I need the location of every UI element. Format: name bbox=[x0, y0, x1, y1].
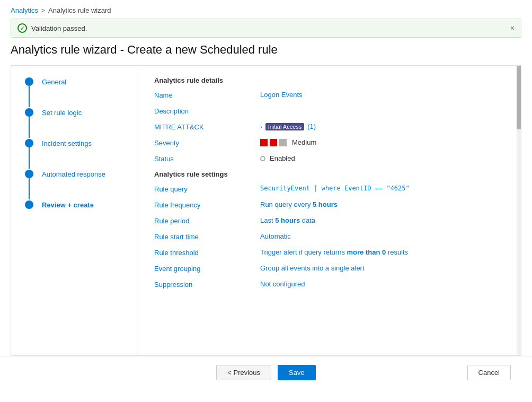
scrollbar-thumb[interactable] bbox=[517, 66, 521, 129]
status-row: Enabled bbox=[260, 154, 505, 162]
validation-message-area: ✓ Validation passed. bbox=[17, 23, 87, 33]
rule-frequency-prefix: Run query every bbox=[260, 200, 313, 208]
detail-row-rule-threshold: Rule threshold Trigger alert if query re… bbox=[154, 248, 505, 257]
step-connector-review-create bbox=[24, 199, 34, 209]
detail-row-suppression: Suppression Not configured bbox=[154, 280, 505, 289]
detail-value-rule-start-time: Automatic bbox=[260, 232, 505, 240]
sidebar-item-automated-response[interactable]: Automated response bbox=[24, 169, 138, 199]
detail-label-mitre: MITRE ATT&CK bbox=[154, 123, 260, 131]
step-dot-automated-response bbox=[25, 170, 33, 178]
rule-period-suffix: data bbox=[300, 216, 315, 224]
severity-label: Medium bbox=[292, 138, 316, 146]
sidebar-item-general[interactable]: General bbox=[24, 76, 138, 107]
step-connector-automated-response bbox=[24, 169, 34, 199]
detail-row-rule-period: Rule period Last 5 hours data bbox=[154, 216, 505, 225]
detail-value-event-grouping: Group all events into a single alert bbox=[260, 264, 505, 272]
scrollbar-track[interactable] bbox=[517, 66, 521, 355]
detail-value-mitre: › Initial Access (1) bbox=[260, 123, 505, 130]
step-connector-incident-settings bbox=[24, 138, 34, 169]
sidebar-item-incident-settings[interactable]: Incident settings bbox=[24, 138, 138, 169]
detail-row-description: Description bbox=[154, 107, 505, 115]
sidebar-item-set-rule-logic[interactable]: Set rule logic bbox=[24, 107, 138, 138]
detail-label-event-grouping: Event grouping bbox=[154, 264, 260, 273]
detail-value-severity: Medium bbox=[260, 138, 505, 146]
detail-label-name: Name bbox=[154, 91, 260, 99]
breadcrumb-current: Analytics rule wizard bbox=[48, 6, 111, 14]
step-line-automated-response bbox=[29, 178, 30, 199]
content-panel: Analytics rule details Name Logon Events… bbox=[138, 66, 521, 355]
step-line-set-rule-logic bbox=[29, 117, 30, 138]
footer: < Previous Save Cancel bbox=[0, 356, 532, 389]
rule-frequency-bold: 5 hours bbox=[313, 200, 338, 208]
detail-label-description: Description bbox=[154, 107, 260, 115]
mitre-row: › Initial Access (1) bbox=[260, 123, 505, 130]
detail-label-suppression: Suppression bbox=[154, 280, 260, 289]
step-line-incident-settings bbox=[29, 147, 30, 169]
breadcrumb-separator: > bbox=[41, 7, 45, 14]
section-title-details: Analytics rule details bbox=[154, 76, 505, 84]
step-dot-general bbox=[25, 77, 33, 86]
severity-block-3 bbox=[279, 139, 287, 146]
detail-row-rule-frequency: Rule frequency Run query every 5 hours bbox=[154, 200, 505, 209]
rule-threshold-suffix: results bbox=[386, 248, 408, 256]
rule-threshold-bold: more than 0 bbox=[347, 248, 386, 256]
mitre-tag: Initial Access bbox=[265, 123, 305, 130]
previous-button[interactable]: < Previous bbox=[216, 365, 271, 380]
step-line-general bbox=[29, 86, 30, 107]
step-connector-set-rule-logic bbox=[24, 107, 34, 138]
section-title-settings: Analytics rule settings bbox=[154, 170, 505, 178]
detail-label-rule-period: Rule period bbox=[154, 216, 260, 225]
detail-value-rule-period: Last 5 hours data bbox=[260, 216, 505, 224]
mitre-chevron-icon: › bbox=[260, 124, 262, 130]
status-label: Enabled bbox=[270, 154, 295, 162]
detail-label-rule-frequency: Rule frequency bbox=[154, 200, 260, 209]
page-title: Analytics rule wizard - Create a new Sch… bbox=[0, 43, 532, 65]
detail-row-name: Name Logon Events bbox=[154, 91, 505, 99]
detail-value-suppression: Not configured bbox=[260, 280, 505, 288]
step-label-set-rule-logic: Set rule logic bbox=[42, 107, 82, 118]
detail-row-status: Status Enabled bbox=[154, 154, 505, 163]
step-dot-review-create bbox=[25, 200, 33, 209]
sidebar-item-review-create[interactable]: Review + create bbox=[24, 199, 138, 210]
status-dot-icon bbox=[260, 156, 265, 161]
detail-value-rule-frequency: Run query every 5 hours bbox=[260, 200, 505, 208]
step-label-automated-response: Automated response bbox=[42, 169, 105, 179]
severity-block-2 bbox=[270, 139, 277, 146]
validation-banner: ✓ Validation passed. × bbox=[11, 19, 521, 38]
main-area: General Set rule logic Incident settings bbox=[11, 65, 521, 356]
step-connector-general bbox=[24, 76, 34, 107]
step-label-review-create: Review + create bbox=[42, 199, 94, 210]
detail-row-rule-query: Rule query SecurityEvent | where EventID… bbox=[154, 185, 505, 193]
check-icon: ✓ bbox=[17, 23, 27, 33]
detail-row-severity: Severity Medium bbox=[154, 138, 505, 147]
severity-block-1 bbox=[260, 139, 268, 146]
breadcrumb-root[interactable]: Analytics bbox=[11, 6, 38, 14]
step-dot-incident-settings bbox=[25, 139, 33, 147]
sidebar: General Set rule logic Incident settings bbox=[11, 66, 138, 355]
step-label-incident-settings: Incident settings bbox=[42, 138, 92, 148]
rule-threshold-prefix: Trigger alert if query returns bbox=[260, 248, 347, 256]
step-label-general: General bbox=[42, 76, 66, 87]
detail-value-status: Enabled bbox=[260, 154, 505, 162]
severity-indicator: Medium bbox=[260, 138, 505, 146]
validation-message: Validation passed. bbox=[31, 24, 87, 32]
mitre-count: (1) bbox=[307, 123, 316, 130]
detail-label-severity: Severity bbox=[154, 138, 260, 147]
save-button[interactable]: Save bbox=[278, 365, 316, 380]
detail-value-name: Logon Events bbox=[260, 91, 505, 99]
detail-row-mitre: MITRE ATT&CK › Initial Access (1) bbox=[154, 123, 505, 131]
detail-row-event-grouping: Event grouping Group all events into a s… bbox=[154, 264, 505, 273]
detail-label-rule-query: Rule query bbox=[154, 185, 260, 193]
detail-label-rule-start-time: Rule start time bbox=[154, 232, 260, 241]
rule-period-prefix: Last bbox=[260, 216, 275, 224]
rule-period-bold: 5 hours bbox=[275, 216, 300, 224]
step-dot-set-rule-logic bbox=[25, 108, 33, 117]
close-icon[interactable]: × bbox=[510, 24, 515, 32]
detail-label-status: Status bbox=[154, 154, 260, 163]
detail-value-rule-threshold: Trigger alert if query returns more than… bbox=[260, 248, 505, 256]
breadcrumb: Analytics > Analytics rule wizard bbox=[0, 0, 532, 19]
cancel-button[interactable]: Cancel bbox=[467, 365, 511, 380]
detail-label-rule-threshold: Rule threshold bbox=[154, 248, 260, 257]
detail-row-rule-start-time: Rule start time Automatic bbox=[154, 232, 505, 241]
detail-value-rule-query: SecurityEvent | where EventID == "4625" bbox=[260, 185, 505, 192]
